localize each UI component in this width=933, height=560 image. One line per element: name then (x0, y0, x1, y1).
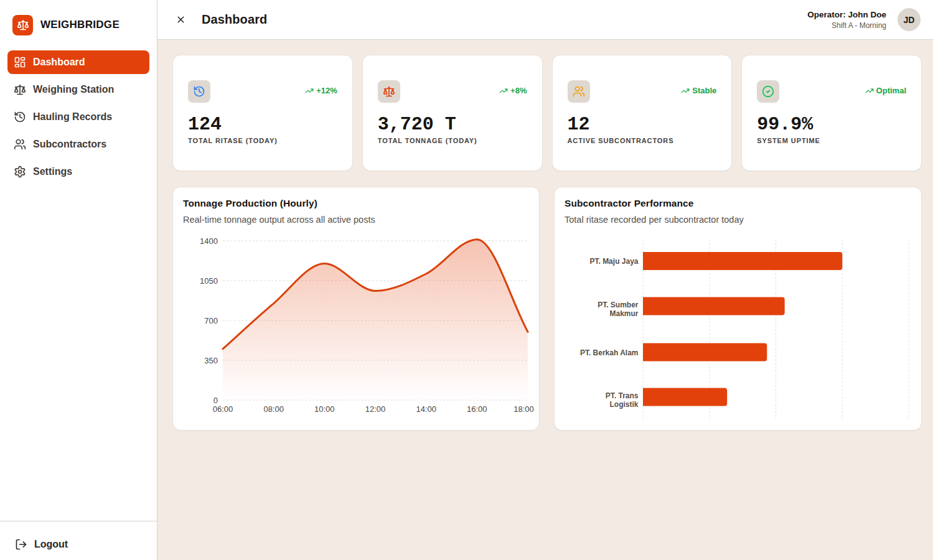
svg-text:PT. Trans: PT. Trans (606, 391, 639, 400)
svg-text:1050: 1050 (200, 276, 218, 286)
svg-text:14:00: 14:00 (416, 404, 436, 414)
svg-text:PT. Berkah Alam: PT. Berkah Alam (580, 348, 639, 357)
svg-text:Makmur: Makmur (609, 309, 638, 318)
svg-text:Logistik: Logistik (609, 400, 638, 409)
svg-text:PT. Maju Jaya: PT. Maju Jaya (589, 257, 638, 266)
svg-text:18:00: 18:00 (513, 404, 534, 414)
svg-text:10:00: 10:00 (314, 404, 335, 414)
svg-text:350: 350 (204, 356, 218, 365)
svg-text:06:00: 06:00 (213, 404, 233, 414)
svg-text:0: 0 (213, 396, 218, 405)
svg-text:16:00: 16:00 (467, 404, 487, 414)
svg-text:PT. Sumber: PT. Sumber (598, 301, 639, 309)
svg-text:700: 700 (204, 316, 218, 325)
svg-text:08:00: 08:00 (263, 404, 284, 414)
svg-text:1400: 1400 (200, 236, 218, 246)
svg-text:12:00: 12:00 (365, 404, 386, 414)
